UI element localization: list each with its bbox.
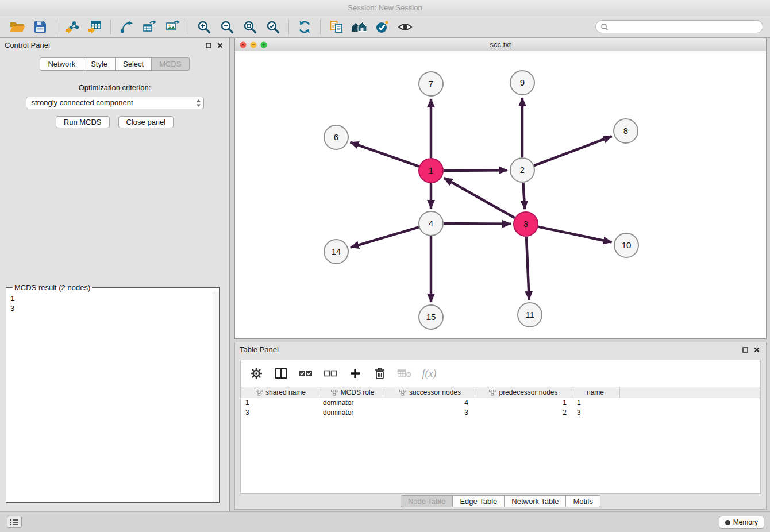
- graph-node-8[interactable]: 8: [614, 119, 638, 143]
- graph-edge-2-8[interactable]: [534, 136, 612, 165]
- tab-mcds[interactable]: MCDS: [152, 57, 189, 71]
- graph-node-label: 3: [523, 219, 528, 229]
- export-table-button[interactable]: [138, 18, 161, 36]
- delete-table-button[interactable]: [395, 364, 414, 383]
- tab-network[interactable]: Network: [40, 57, 83, 71]
- graph-node-1[interactable]: 1: [419, 159, 443, 183]
- task-history-button[interactable]: [7, 516, 22, 528]
- apply-style-button[interactable]: [371, 18, 394, 36]
- function-builder-button[interactable]: f(x): [419, 364, 439, 383]
- graph-node-10[interactable]: 10: [614, 233, 638, 257]
- tab-select[interactable]: Select: [116, 57, 152, 71]
- deselect-all-rows-button[interactable]: [321, 364, 340, 383]
- graph-edge-3-11[interactable]: [526, 237, 529, 300]
- add-row-button[interactable]: [345, 364, 365, 383]
- graph-node-label: 10: [622, 240, 632, 250]
- zoom-fit-button[interactable]: [238, 18, 261, 36]
- column-header-name[interactable]: name: [571, 387, 620, 398]
- close-panel-button-secondary[interactable]: Close panel: [118, 116, 174, 128]
- window-minimize-button[interactable]: [250, 41, 257, 48]
- column-header-successor-nodes[interactable]: successor nodes: [384, 387, 476, 398]
- export-network-button[interactable]: [115, 18, 138, 36]
- network-canvas[interactable]: 7968124314101511: [235, 51, 766, 338]
- run-mcds-button[interactable]: Run MCDS: [56, 116, 110, 128]
- graph-node-label: 2: [520, 165, 525, 175]
- cell-successor-nodes[interactable]: 3: [384, 408, 476, 418]
- tab-edge-table[interactable]: Edge Table: [453, 495, 505, 507]
- memory-button[interactable]: Memory: [719, 516, 764, 529]
- graph-node-9[interactable]: 9: [510, 71, 534, 95]
- select-all-rows-button[interactable]: [296, 364, 315, 383]
- home-button[interactable]: [348, 18, 371, 36]
- graph-edge-3-10[interactable]: [538, 227, 612, 242]
- table-row[interactable]: 3 dominator 3 2 3: [241, 408, 760, 418]
- close-icon: [754, 347, 760, 353]
- tab-style[interactable]: Style: [83, 57, 116, 71]
- eye-icon: [397, 20, 413, 34]
- show-graphics-button[interactable]: [394, 18, 417, 36]
- import-table-button[interactable]: [83, 18, 106, 36]
- network-window-titlebar[interactable]: scc.txt: [235, 38, 766, 51]
- optimization-criterion-select[interactable]: strongly connected component: [26, 97, 204, 109]
- search-field[interactable]: [595, 20, 763, 33]
- graph-node-15[interactable]: 15: [419, 305, 443, 329]
- copy-document-icon: [329, 20, 344, 34]
- graph-node-11[interactable]: 11: [518, 303, 542, 327]
- graph-node-2[interactable]: 2: [510, 158, 534, 182]
- graph-edge-1-6[interactable]: [351, 142, 419, 167]
- zoom-in-button[interactable]: [192, 18, 215, 36]
- table-panel-title: Table Panel: [240, 342, 279, 357]
- table-settings-button[interactable]: [247, 364, 266, 383]
- graph-edge-1-2[interactable]: [444, 170, 507, 171]
- cell-shared-name[interactable]: 3: [241, 408, 321, 418]
- column-header-predecessor-nodes[interactable]: predecessor nodes: [476, 387, 571, 398]
- import-table-icon: [87, 20, 102, 34]
- save-session-button[interactable]: [29, 18, 52, 36]
- export-image-button[interactable]: [161, 18, 184, 36]
- window-close-button[interactable]: [240, 41, 247, 48]
- cell-name[interactable]: 3: [571, 408, 620, 418]
- refresh-view-button[interactable]: [293, 18, 316, 36]
- graph-node-14[interactable]: 14: [324, 240, 348, 264]
- graph-node-3[interactable]: 3: [514, 212, 538, 236]
- column-label: name: [587, 388, 604, 396]
- column-layout-button[interactable]: [271, 364, 291, 383]
- cell-predecessor-nodes[interactable]: 1: [476, 398, 571, 408]
- graph-node-7[interactable]: 7: [419, 72, 443, 96]
- cell-successor-nodes[interactable]: 4: [384, 398, 476, 408]
- float-panel-button[interactable]: [205, 42, 212, 49]
- cell-mcds-role[interactable]: dominator: [321, 398, 384, 408]
- zoom-out-button[interactable]: [215, 18, 238, 36]
- open-folder-button[interactable]: [6, 18, 29, 36]
- column-header-shared-name[interactable]: shared name: [241, 387, 321, 398]
- table-row[interactable]: 1 dominator 4 1 1: [241, 398, 760, 408]
- export-image-icon: [165, 20, 180, 34]
- tab-node-table[interactable]: Node Table: [401, 495, 453, 507]
- float-table-panel-button[interactable]: [742, 346, 749, 353]
- graph-node-4[interactable]: 4: [419, 211, 443, 236]
- result-scrollbar[interactable]: [213, 292, 219, 502]
- import-network-button[interactable]: [60, 18, 83, 36]
- delete-row-button[interactable]: [370, 364, 390, 383]
- close-panel-button[interactable]: [217, 42, 224, 49]
- tab-network-table[interactable]: Network Table: [505, 495, 566, 507]
- tab-motifs[interactable]: Motifs: [566, 495, 600, 507]
- zoom-selected-button[interactable]: [261, 18, 284, 36]
- cell-mcds-role[interactable]: dominator: [321, 408, 384, 418]
- tree-icon: [331, 390, 338, 396]
- application-window: Session: New Session: [0, 0, 770, 532]
- search-input[interactable]: [611, 23, 758, 31]
- copy-document-button[interactable]: [325, 18, 348, 36]
- graph-edge-2-3[interactable]: [523, 183, 525, 209]
- close-table-panel-button[interactable]: [753, 346, 760, 353]
- cell-predecessor-nodes[interactable]: 2: [476, 408, 571, 418]
- gear-icon: [249, 367, 263, 380]
- cell-shared-name[interactable]: 1: [241, 398, 321, 408]
- graph-edge-3-1[interactable]: [444, 178, 515, 218]
- graph-edge-4-14[interactable]: [351, 227, 419, 247]
- cell-name[interactable]: 1: [571, 398, 620, 408]
- column-header-mcds-role[interactable]: MCDS role: [321, 387, 384, 398]
- graph-node-6[interactable]: 6: [324, 125, 348, 149]
- graph-edge-4-3[interactable]: [444, 223, 511, 224]
- window-zoom-button[interactable]: [260, 41, 267, 48]
